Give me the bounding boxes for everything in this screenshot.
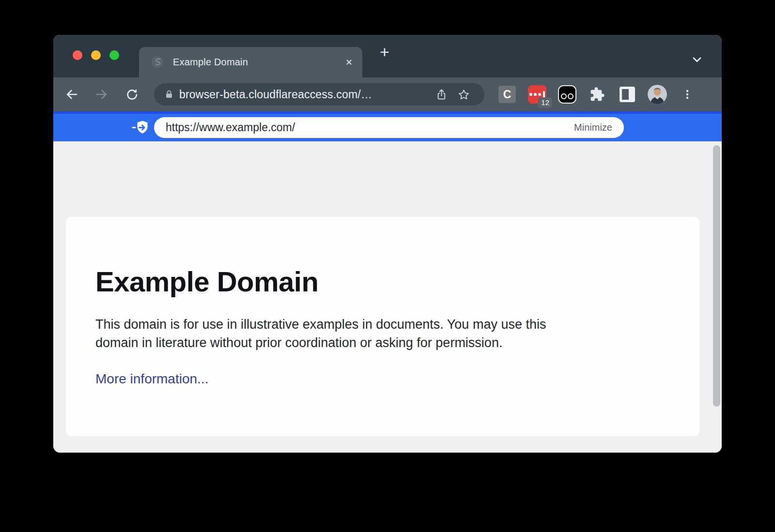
new-tab-button[interactable]: + <box>374 41 395 62</box>
back-arrow-icon <box>64 87 79 102</box>
page-content: Example Domain This domain is for use in… <box>53 141 722 453</box>
address-url-text: browser-beta.cloudflareaccess.com/… <box>179 88 430 101</box>
back-button[interactable] <box>61 84 82 105</box>
password-dots-icon: 12 <box>528 85 546 104</box>
profile-button[interactable] <box>646 81 669 108</box>
reload-button[interactable] <box>121 84 142 105</box>
lock-icon <box>164 89 174 100</box>
avatar <box>648 85 667 104</box>
extension-c-button[interactable]: C <box>496 81 519 108</box>
share-icon <box>435 88 448 101</box>
reload-icon <box>124 87 139 102</box>
shield-arrow-icon <box>131 120 150 137</box>
page-paragraph: This domain is for use in illustrative e… <box>95 315 667 352</box>
forward-arrow-icon <box>94 87 109 102</box>
forward-button[interactable] <box>91 84 112 105</box>
puzzle-icon <box>589 87 605 102</box>
browser-window: Example Domain ✕ + <box>53 35 722 453</box>
isolation-bar: https://www.example.com/ Minimize <box>53 111 722 141</box>
isolation-url-input[interactable]: https://www.example.com/ Minimize <box>154 117 624 138</box>
browser-menu-button[interactable] <box>676 81 699 108</box>
side-panel-icon <box>620 87 635 102</box>
traffic-light-minimize-button[interactable] <box>91 50 101 60</box>
tab-strip: Example Domain ✕ + <box>53 35 722 77</box>
tab-search-button[interactable] <box>691 53 703 68</box>
address-bar[interactable]: browser-beta.cloudflareaccess.com/… <box>154 83 484 106</box>
c-extension-icon: C <box>498 86 516 103</box>
tab-close-icon[interactable]: ✕ <box>345 47 353 77</box>
tab-title: Example Domain <box>173 57 248 68</box>
share-button[interactable] <box>430 88 452 101</box>
content-card: Example Domain This domain is for use in… <box>66 217 699 436</box>
plus-icon: + <box>380 44 389 60</box>
more-info-link[interactable]: More information... <box>95 371 208 387</box>
minimize-button[interactable]: Minimize <box>574 122 612 133</box>
traffic-light-zoom-button[interactable] <box>109 50 119 60</box>
traffic-light-close-button[interactable] <box>73 50 82 60</box>
bookmark-button[interactable] <box>452 88 475 101</box>
side-panel-button[interactable] <box>616 81 639 108</box>
page-title: Example Domain <box>95 265 673 298</box>
globe-icon <box>151 56 164 68</box>
extension-recorder-button[interactable] <box>556 81 579 108</box>
scrollbar-thumb[interactable] <box>713 145 720 407</box>
tab-example-domain[interactable]: Example Domain ✕ <box>139 47 362 77</box>
star-icon <box>457 88 470 101</box>
isolation-url-text: https://www.example.com/ <box>166 121 574 134</box>
kebab-menu-icon <box>682 89 693 100</box>
extensions-row: C 12 <box>496 81 699 108</box>
extension-badge: 12 <box>538 97 552 108</box>
extensions-menu-button[interactable] <box>586 81 609 108</box>
two-circles-icon <box>558 85 576 104</box>
extension-password-button[interactable]: 12 <box>526 81 549 108</box>
toolbar: browser-beta.cloudflareaccess.com/… C <box>53 77 722 111</box>
chevron-down-icon <box>691 53 703 66</box>
